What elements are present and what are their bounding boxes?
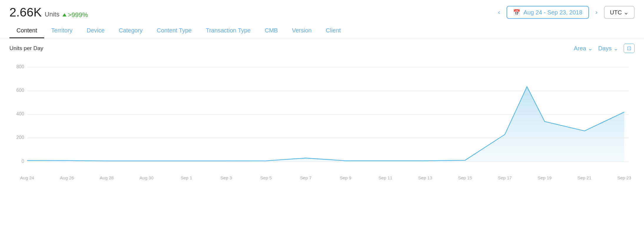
filter-button[interactable]: ⊡ [624,44,635,53]
tab-device[interactable]: Device [79,23,112,38]
days-label: Days [598,45,612,52]
tabs-bar: Content Territory Device Category Conten… [0,23,644,38]
units-label: Units [45,11,59,18]
svg-text:0: 0 [21,158,24,164]
date-range-button[interactable]: 📅 Aug 24 - Sep 23, 2018 [507,6,589,19]
svg-text:Sep 17: Sep 17 [498,175,512,180]
top-bar: 2.66K Units >999% ‹ 📅 Aug 24 - Sep 23, 2… [0,0,644,23]
prev-date-button[interactable]: ‹ [496,7,502,17]
area-type-button[interactable]: Area ⌄ [574,45,593,52]
area-chevron-icon: ⌄ [588,45,593,52]
units-change: >999% [62,11,88,19]
timezone-label: UTC [610,9,622,16]
next-date-button[interactable]: › [593,7,600,17]
svg-text:Aug 24: Aug 24 [20,175,34,180]
svg-text:Aug 30: Aug 30 [140,175,154,180]
svg-text:Sep 11: Sep 11 [379,175,393,180]
svg-text:400: 400 [16,111,24,116]
tab-cmb[interactable]: CMB [258,23,285,38]
svg-text:Sep 5: Sep 5 [260,175,272,180]
date-controls: ‹ 📅 Aug 24 - Sep 23, 2018 › UTC ⌄ [496,6,635,19]
svg-text:Sep 1: Sep 1 [181,175,192,180]
svg-text:Sep 21: Sep 21 [577,175,592,180]
svg-text:Sep 3: Sep 3 [220,175,232,180]
days-chevron-icon: ⌄ [613,45,618,52]
chart-area: 800 600 400 200 0 Aug 24 Aug 26 Aug 28 A… [0,55,644,207]
chart-svg: 800 600 400 200 0 Aug 24 Aug 26 Aug 28 A… [9,58,635,200]
area-label: Area [574,45,586,52]
svg-text:Sep 23: Sep 23 [617,175,631,180]
svg-text:800: 800 [16,64,24,69]
svg-text:200: 200 [16,135,24,140]
calendar-icon: 📅 [513,9,520,16]
change-value: >999% [68,11,88,19]
chart-area-fill [27,87,624,161]
tab-version[interactable]: Version [285,23,319,38]
svg-text:Sep 9: Sep 9 [340,175,351,180]
tab-territory[interactable]: Territory [44,23,79,38]
tab-category[interactable]: Category [112,23,150,38]
svg-text:Sep 7: Sep 7 [300,175,311,180]
svg-text:600: 600 [16,87,24,93]
days-granularity-button[interactable]: Days ⌄ [598,45,618,52]
tab-content-type[interactable]: Content Type [150,23,199,38]
date-range-label: Aug 24 - Sep 23, 2018 [523,9,582,16]
chart-y-label: Units per Day [9,45,43,52]
chart-header: Units per Day Area ⌄ Days ⌄ ⊡ [0,38,644,55]
svg-text:Aug 28: Aug 28 [100,175,114,180]
tab-transaction-type[interactable]: Transaction Type [199,23,258,38]
timezone-button[interactable]: UTC ⌄ [604,6,635,19]
units-value: 2.66K [9,5,42,19]
chevron-down-icon: ⌄ [624,9,629,16]
tab-content[interactable]: Content [9,23,44,38]
arrow-up-icon [62,13,67,16]
tab-client[interactable]: Client [319,23,348,38]
svg-text:Sep 15: Sep 15 [458,175,472,180]
svg-text:Sep 13: Sep 13 [418,175,432,180]
chart-controls: Area ⌄ Days ⌄ ⊡ [574,44,635,53]
svg-text:Sep 19: Sep 19 [538,175,552,180]
svg-text:Aug 26: Aug 26 [60,175,74,180]
filter-icon: ⊡ [627,45,631,51]
stats-section: 2.66K Units >999% [9,5,88,19]
